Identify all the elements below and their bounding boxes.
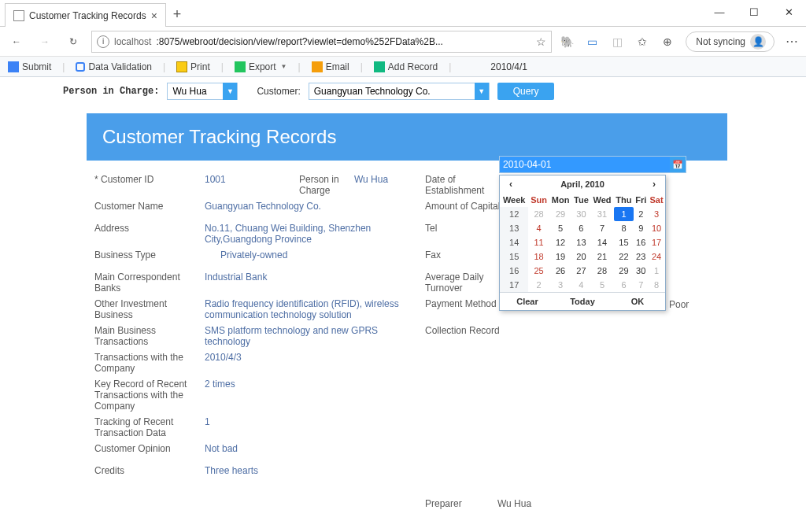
calendar-day[interactable]: 21: [590, 249, 613, 264]
calendar-day[interactable]: 4: [571, 278, 590, 292]
calendar-week-number: 17: [500, 278, 528, 292]
calendar-day[interactable]: 14: [590, 235, 613, 249]
calendar-day[interactable]: 30: [571, 207, 590, 221]
email-button[interactable]: Email: [309, 61, 353, 72]
calendar-day[interactable]: 26: [549, 264, 572, 278]
calendar-day[interactable]: 3: [648, 207, 665, 221]
main-banks-value: Industrial Bank: [205, 269, 425, 285]
calendar-day[interactable]: 25: [528, 264, 549, 278]
calendar-day[interactable]: 31: [590, 207, 613, 221]
calendar-day[interactable]: 5: [590, 278, 613, 292]
favorite-icon[interactable]: ☆: [536, 35, 546, 48]
calendar-icon[interactable]: 📅: [670, 157, 686, 172]
extension-icon[interactable]: ◫: [610, 35, 624, 49]
calendar-day[interactable]: 2: [528, 278, 549, 292]
calendar-day[interactable]: 27: [571, 264, 590, 278]
calendar-week-number: 16: [500, 264, 528, 278]
calendar-month-label: April, 2010: [560, 179, 604, 189]
date-establishment-input[interactable]: 📅: [499, 156, 686, 173]
calendar-day[interactable]: 1: [614, 207, 634, 221]
refresh-button[interactable]: ↻: [63, 31, 83, 52]
tab-close-icon[interactable]: ×: [151, 9, 157, 22]
calendar-ok-button[interactable]: OK: [610, 293, 665, 310]
customer-label: Customer:: [257, 86, 300, 97]
address-value: No.11, Chuang Wei Building, Shenzhen Cit…: [205, 220, 425, 247]
person-in-charge-dropdown[interactable]: ▼: [167, 83, 238, 100]
window-close-button[interactable]: ✕: [771, 0, 806, 24]
export-icon: [235, 61, 246, 72]
site-info-icon[interactable]: i: [97, 35, 109, 48]
page-icon: [13, 10, 24, 21]
calendar-day[interactable]: 3: [549, 278, 572, 292]
browser-tab[interactable]: Customer Tracking Records ×: [5, 3, 166, 27]
calendar-day[interactable]: 6: [571, 221, 590, 235]
calendar-day[interactable]: 10: [648, 221, 665, 235]
dropdown-arrow-icon[interactable]: ▼: [475, 83, 489, 100]
person-in-charge-input[interactable]: [168, 83, 223, 99]
customer-dropdown[interactable]: ▼: [309, 83, 490, 100]
calendar-next-button[interactable]: ›: [649, 179, 659, 190]
calendar-day[interactable]: 4: [528, 221, 549, 235]
calendar-day[interactable]: 17: [648, 235, 665, 249]
favorites-icon[interactable]: ✩: [635, 35, 649, 49]
calendar-week-header: Week: [500, 193, 528, 207]
calendar-day[interactable]: 13: [571, 235, 590, 249]
profile-sync-button[interactable]: Not syncing 👤: [686, 31, 775, 52]
calendar-day[interactable]: 11: [528, 235, 549, 249]
calendar-day[interactable]: 18: [528, 249, 549, 264]
submit-button[interactable]: Submit: [5, 61, 54, 72]
person-in-charge-label: Person in Charge:: [63, 86, 159, 97]
calendar-day[interactable]: 8: [614, 221, 634, 235]
customer-name-label: Customer Name: [94, 198, 205, 214]
calendar-day[interactable]: 20: [571, 249, 590, 264]
window-maximize-button[interactable]: ☐: [737, 0, 771, 24]
calendar-day[interactable]: 15: [614, 235, 634, 249]
calendar-day[interactable]: 8: [648, 278, 665, 292]
calendar-day[interactable]: 16: [634, 235, 648, 249]
new-tab-button[interactable]: +: [166, 3, 188, 25]
print-button[interactable]: Print: [173, 61, 213, 72]
calendar-day[interactable]: 9: [634, 221, 648, 235]
calendar-day[interactable]: 24: [648, 249, 665, 264]
evernote-extension-icon[interactable]: 🐘: [560, 35, 574, 49]
calendar-day[interactable]: 19: [549, 249, 572, 264]
more-menu-button[interactable]: ⋯: [786, 34, 800, 49]
data-validation-button[interactable]: Data Validation: [72, 61, 155, 72]
calendar-prev-button[interactable]: ‹: [506, 179, 516, 190]
export-button[interactable]: Export▼: [231, 61, 290, 72]
calendar-day[interactable]: 12: [549, 235, 572, 249]
calendar-day[interactable]: 29: [614, 264, 634, 278]
calendar-day[interactable]: 29: [549, 207, 572, 221]
date-input-field[interactable]: [500, 157, 670, 172]
other-investment-value: Radio frequency identification (RFID), w…: [205, 296, 425, 323]
calendar-day[interactable]: 6: [614, 278, 634, 292]
profile-avatar-icon: 👤: [750, 34, 766, 50]
add-record-button[interactable]: Add Record: [371, 61, 441, 72]
sync-label: Not syncing: [696, 36, 745, 47]
calendar-day[interactable]: 28: [590, 264, 613, 278]
validation-icon: [76, 62, 85, 72]
tab-title: Customer Tracking Records: [29, 10, 146, 21]
tel-label: Tel: [425, 220, 504, 236]
calendar-day[interactable]: 23: [634, 249, 648, 264]
other-investment-label: Other Investment Business: [94, 296, 205, 323]
calendar-day[interactable]: 28: [528, 207, 549, 221]
calendar-day[interactable]: 30: [634, 264, 648, 278]
calendar-day[interactable]: 7: [590, 221, 613, 235]
query-button[interactable]: Query: [497, 83, 555, 100]
calendar-day[interactable]: 1: [648, 264, 665, 278]
back-button[interactable]: ←: [6, 31, 27, 52]
calendar-day[interactable]: 22: [614, 249, 634, 264]
calendar-clear-button[interactable]: Clear: [500, 293, 555, 310]
collections-icon[interactable]: ⊕: [660, 35, 675, 49]
calendar-day[interactable]: 2: [634, 207, 648, 221]
calendar-day[interactable]: 5: [549, 221, 572, 235]
customer-input[interactable]: [309, 83, 475, 99]
calendar-today-button[interactable]: Today: [555, 293, 610, 310]
window-minimize-button[interactable]: —: [702, 0, 737, 24]
forward-button[interactable]: →: [35, 31, 55, 52]
reading-list-icon[interactable]: ▭: [585, 35, 599, 49]
dropdown-arrow-icon[interactable]: ▼: [223, 83, 237, 100]
address-bar[interactable]: i localhost:8075/webroot/decision/view/r…: [91, 31, 552, 53]
calendar-day[interactable]: 7: [634, 278, 648, 292]
